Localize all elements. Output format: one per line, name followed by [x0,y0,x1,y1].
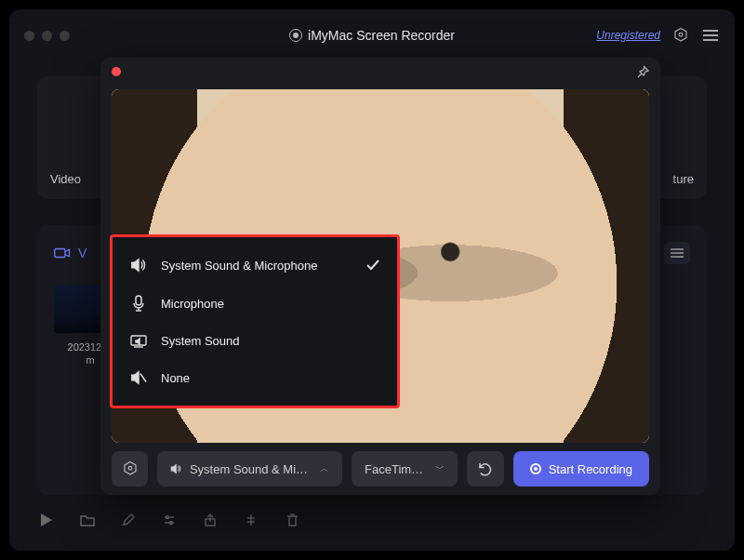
gear-hex-icon [122,460,139,477]
compress-icon[interactable] [242,511,260,529]
recorder-titlebar [100,58,660,86]
mode-card-video-label: Video [50,172,81,186]
unregistered-link[interactable]: Unregistered [596,29,660,42]
audio-option-label: System Sound & Microphone [161,259,317,273]
svg-point-20 [128,466,132,470]
settings-hex-icon[interactable] [671,26,690,45]
speaker-icon [170,462,182,475]
check-icon [365,259,380,272]
menu-icon[interactable] [701,26,720,45]
audio-option-label: Microphone [161,297,224,311]
audio-option-none[interactable]: None [120,359,390,396]
audio-option-label: None [161,371,190,385]
microphone-icon [129,295,148,312]
trash-icon[interactable] [283,511,301,529]
system-sound-icon [129,335,148,348]
audio-option-system-sound[interactable]: System Sound [120,323,390,359]
camera-source-label: FaceTime … [365,462,428,476]
record-icon [530,463,541,474]
bottom-toolbar [37,506,707,534]
video-icon [54,247,71,260]
pin-icon[interactable] [636,65,649,78]
reset-button[interactable] [467,451,503,487]
recorder-settings-button[interactable] [112,451,148,487]
speaker-icon [129,258,148,273]
recording-indicator-icon [112,67,121,76]
audio-source-dropdown[interactable]: System Sound & Microphone ︿ [157,451,342,487]
chevron-up-icon: ︿ [320,462,329,475]
titlebar: iMyMac Screen Recorder Unregistered [9,9,735,61]
audio-source-label: System Sound & Microphone [190,462,312,476]
mute-icon [129,370,148,385]
camera-source-dropdown[interactable]: FaceTime … ﹀ [352,451,458,487]
app-logo-icon [289,29,302,42]
start-recording-label: Start Recording [549,462,632,476]
undo-icon [477,460,494,477]
svg-line-24 [140,374,146,382]
audio-option-system-and-mic[interactable]: System Sound & Microphone [120,247,390,284]
sliders-icon[interactable] [160,511,179,529]
svg-point-15 [170,522,173,525]
audio-option-label: System Sound [161,334,240,348]
minimize-window-dot[interactable] [42,31,52,41]
recorder-controls: System Sound & Microphone ︿ FaceTime … ﹀… [100,443,660,495]
play-icon[interactable] [37,511,56,529]
svg-point-0 [679,33,683,36]
view-list-button[interactable] [664,242,690,264]
export-icon[interactable] [201,511,219,529]
library-tab-label[interactable]: V [78,246,86,260]
close-window-dot[interactable] [24,31,34,41]
window-controls[interactable] [24,31,70,41]
recorder-panel: System Sound & Microphone ︿ FaceTime … ﹀… [100,58,660,495]
chevron-down-icon: ﹀ [435,462,445,475]
edit-icon[interactable] [119,511,138,529]
svg-point-14 [166,516,169,519]
audio-option-microphone[interactable]: Microphone [120,284,390,323]
folder-icon[interactable] [78,511,97,529]
maximize-window-dot[interactable] [60,31,70,41]
start-recording-button[interactable]: Start Recording [513,451,649,487]
svg-rect-21 [136,296,141,305]
audio-source-menu: System Sound & Microphone Microphone Sys… [110,234,400,408]
svg-rect-4 [55,249,65,258]
mode-card-4-label: ture [673,172,694,186]
app-title-text: iMyMac Screen Recorder [308,28,455,43]
